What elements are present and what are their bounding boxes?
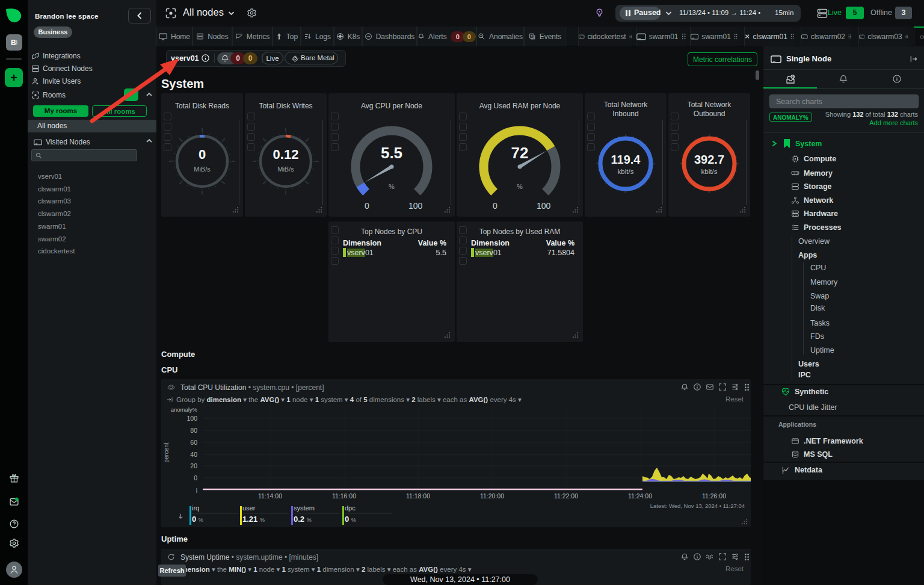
svg-text:11:16:00: 11:16:00 bbox=[332, 492, 356, 500]
svg-text:11:20:00: 11:20:00 bbox=[480, 492, 504, 500]
svg-text:11:26:00: 11:26:00 bbox=[702, 492, 726, 500]
svg-text:40: 40 bbox=[190, 451, 197, 458]
svg-text:i: i bbox=[196, 487, 197, 494]
svg-text:11:24:00: 11:24:00 bbox=[628, 492, 652, 500]
svg-text:20: 20 bbox=[190, 462, 197, 469]
svg-text:80: 80 bbox=[190, 427, 197, 434]
svg-text:11:14:00: 11:14:00 bbox=[258, 492, 282, 500]
svg-text:anomaly%: anomaly% bbox=[171, 406, 198, 413]
svg-text:11:22:00: 11:22:00 bbox=[554, 492, 578, 500]
svg-text:11:18:00: 11:18:00 bbox=[406, 492, 430, 500]
svg-text:0: 0 bbox=[194, 474, 197, 481]
svg-text:percent: percent bbox=[163, 442, 170, 463]
svg-text:60: 60 bbox=[190, 439, 197, 446]
svg-text:100: 100 bbox=[186, 415, 197, 422]
